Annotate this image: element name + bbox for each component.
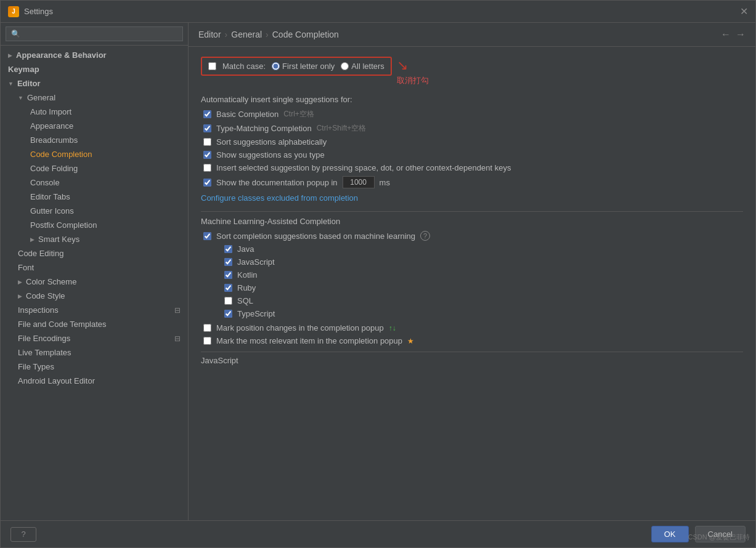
ml-ruby-row: Ruby: [201, 283, 743, 292]
ml-ruby-checkbox[interactable]: [224, 284, 232, 292]
ok-button[interactable]: OK: [651, 526, 689, 542]
settings-content: Match case: First letter only All letter…: [189, 47, 755, 520]
sidebar-item-postfix-completion[interactable]: Postfix Completion: [1, 218, 188, 232]
sidebar-item-inspections[interactable]: Inspections ⊟: [1, 303, 188, 317]
sidebar-item-editor[interactable]: ▼ Editor: [1, 76, 188, 91]
sidebar-item-auto-import[interactable]: Auto Import: [1, 105, 188, 119]
sidebar-item-keymap[interactable]: Keymap: [1, 62, 188, 76]
sidebar-item-file-encodings[interactable]: File Encodings ⊟: [1, 331, 188, 345]
show-doc-popup-checkbox[interactable]: [203, 179, 211, 187]
mark-position-checkbox[interactable]: [203, 324, 211, 332]
basic-completion-checkbox[interactable]: [203, 110, 211, 118]
breadcrumb-sep: ›: [225, 30, 228, 39]
mark-relevant-row: Mark the most relevant item in the compl…: [201, 336, 743, 345]
sidebar-item-gutter-icons[interactable]: Gutter Icons: [1, 204, 188, 218]
sidebar-item-label: Smart Keys: [38, 235, 79, 244]
annotation-text: 取消打勾: [397, 75, 429, 86]
sidebar-item-appearance-behavior[interactable]: ▶ Appearance & Behavior: [1, 48, 188, 62]
sidebar-item-file-code-templates[interactable]: File and Code Templates: [1, 317, 188, 331]
show-suggestions-checkbox[interactable]: [203, 151, 211, 159]
sidebar-item-label: Code Completion: [30, 150, 92, 159]
sidebar-item-general[interactable]: ▼ General: [1, 91, 188, 105]
ml-typescript-checkbox[interactable]: [224, 310, 232, 318]
ml-ruby-label: Ruby: [237, 283, 256, 292]
auto-insert-label: Automatically insert single suggestions …: [201, 95, 743, 104]
badge-icon: ⊟: [174, 306, 181, 315]
sidebar-item-file-types[interactable]: File Types: [1, 360, 188, 374]
nav-arrows: ← →: [721, 29, 746, 40]
breadcrumb-editor: Editor: [198, 30, 221, 39]
all-letters-radio[interactable]: [341, 62, 349, 70]
ml-javascript-label: JavaScript: [237, 257, 275, 267]
arrows-badge: ↑↓: [389, 324, 396, 332]
basic-completion-label: Basic Completion: [216, 110, 278, 119]
sidebar-item-editor-tabs[interactable]: Editor Tabs: [1, 190, 188, 204]
close-button[interactable]: ✕: [740, 6, 748, 17]
sidebar-item-label: Color Scheme: [26, 277, 76, 286]
javascript-label: JavaScript: [201, 356, 238, 365]
ml-kotlin-label: Kotlin: [237, 270, 258, 280]
sidebar-item-label: Editor: [17, 79, 41, 88]
ml-sort-checkbox[interactable]: [203, 232, 211, 240]
type-matching-checkbox[interactable]: [203, 124, 211, 132]
sort-alpha-label: Sort suggestions alphabetically: [216, 137, 327, 147]
search-input[interactable]: [6, 26, 183, 41]
show-doc-popup-row: Show the documentation popup in ms: [201, 176, 743, 188]
settings-dialog: J Settings ✕ ▶ Appearance & Behavior Key…: [0, 0, 756, 548]
ml-sort-row: Sort completion suggestions based on mac…: [201, 231, 743, 241]
breadcrumb-bar: Editor › General › Code Completion ← →: [189, 23, 755, 47]
sidebar-item-console[interactable]: Console: [1, 175, 188, 190]
sidebar-item-color-scheme[interactable]: ▶ Color Scheme: [1, 275, 188, 289]
ml-typescript-row: TypeScript: [201, 309, 743, 318]
sidebar-item-font[interactable]: Font: [1, 260, 188, 275]
sidebar-item-label: Keymap: [8, 65, 39, 74]
insert-by-space-checkbox[interactable]: [203, 164, 211, 172]
doc-popup-unit: ms: [380, 178, 390, 187]
ml-java-checkbox[interactable]: [224, 245, 232, 253]
help-icon[interactable]: ?: [420, 231, 430, 241]
sidebar-item-label: Inspections: [18, 305, 59, 315]
sidebar-item-breadcrumbs[interactable]: Breadcrumbs: [1, 133, 188, 147]
title-bar: J Settings ✕: [1, 1, 755, 23]
first-letter-label: First letter only: [282, 62, 335, 71]
sidebar-item-code-folding[interactable]: Code Folding: [1, 161, 188, 175]
ml-section-title: Machine Learning-Assisted Completion: [201, 217, 743, 226]
main-content: ▶ Appearance & Behavior Keymap ▼ Editor …: [1, 23, 755, 520]
sidebar-item-label: Android Layout Editor: [18, 376, 95, 385]
first-letter-radio[interactable]: [272, 62, 280, 70]
ml-section: Machine Learning-Assisted Completion Sor…: [201, 217, 743, 345]
configure-classes-link[interactable]: Configure classes excluded from completi…: [201, 193, 358, 203]
mark-relevant-label: Mark the most relevant item in the compl…: [216, 336, 402, 345]
badge-icon: ⊟: [174, 334, 181, 343]
javascript-section: JavaScript: [201, 352, 743, 365]
ml-kotlin-checkbox[interactable]: [224, 271, 232, 279]
sidebar-item-appearance[interactable]: Appearance: [1, 119, 188, 133]
type-matching-shortcut: Ctrl+Shift+空格: [317, 123, 367, 134]
sidebar-item-code-style[interactable]: ▶ Code Style: [1, 289, 188, 303]
back-arrow[interactable]: ←: [721, 29, 731, 40]
caret-icon: ▶: [18, 279, 22, 285]
doc-popup-value-input[interactable]: [343, 176, 375, 188]
forward-arrow[interactable]: →: [736, 29, 746, 40]
sort-alpha-checkbox[interactable]: [203, 138, 211, 146]
sidebar-item-code-editing[interactable]: Code Editing: [1, 246, 188, 260]
star-badge: ★: [407, 337, 414, 345]
sidebar-item-label: Code Style: [26, 291, 65, 300]
sidebar-item-label: Editor Tabs: [30, 192, 70, 201]
sidebar-item-smart-keys[interactable]: ▶ Smart Keys: [1, 232, 188, 246]
sidebar-item-label: File and Code Templates: [18, 320, 107, 329]
sidebar-item-code-completion[interactable]: Code Completion: [1, 147, 188, 161]
sidebar-item-android-layout-editor[interactable]: Android Layout Editor: [1, 374, 188, 388]
match-case-checkbox[interactable]: [208, 62, 216, 70]
breadcrumb-general: General: [231, 30, 262, 39]
caret-icon: ▼: [8, 81, 14, 87]
sidebar-tree: ▶ Appearance & Behavior Keymap ▼ Editor …: [1, 46, 188, 520]
mark-relevant-checkbox[interactable]: [203, 337, 211, 345]
sidebar-item-live-templates[interactable]: Live Templates: [1, 345, 188, 360]
help-button[interactable]: ?: [10, 527, 36, 542]
type-matching-row: Type-Matching Completion Ctrl+Shift+空格: [201, 123, 743, 134]
footer: ? OK Cancel: [1, 520, 755, 547]
caret-icon: ▼: [18, 95, 23, 101]
ml-javascript-checkbox[interactable]: [224, 258, 232, 266]
ml-sql-checkbox[interactable]: [224, 297, 232, 305]
